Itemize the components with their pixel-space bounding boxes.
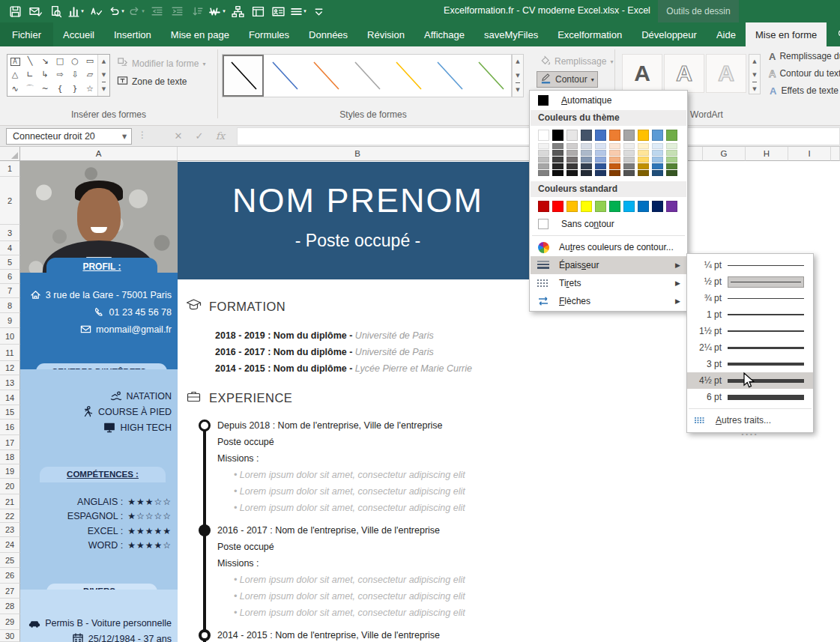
scroll-down-icon[interactable]: ▼ — [513, 69, 523, 83]
shape-line-icon[interactable]: ╲ — [22, 55, 37, 68]
customize-qat-icon[interactable] — [309, 2, 327, 20]
shape-arc-icon[interactable]: ⌒ — [22, 82, 37, 96]
theme-tint-swatch[interactable] — [609, 143, 620, 150]
wordart-scrollbar[interactable]: ▲ ▼ ▼ — [749, 54, 761, 94]
row-header-8[interactable]: 8 — [0, 298, 20, 313]
theme-tint-swatch[interactable] — [652, 163, 663, 170]
name-box-dropdown-icon[interactable]: ▼ — [118, 133, 131, 140]
shape-right-arrow-icon[interactable]: ⇨ — [52, 68, 67, 82]
tab-donn-es[interactable]: Données — [299, 22, 357, 46]
row-header-18[interactable]: 18 — [0, 450, 20, 464]
theme-color-swatch[interactable] — [638, 130, 649, 141]
shape-star-icon[interactable]: ☆ — [82, 82, 97, 96]
standard-color-swatch[interactable] — [623, 201, 635, 212]
theme-tint-swatch[interactable] — [538, 143, 549, 150]
theme-tint-swatch[interactable] — [638, 143, 649, 150]
weight-option-pt[interactable]: ¼ pt — [687, 257, 813, 273]
row-header-10[interactable]: 10 — [0, 328, 20, 345]
column-header-hidden[interactable] — [831, 147, 840, 161]
weight-option-6-pt[interactable]: 6 pt — [687, 389, 813, 405]
row-header-13[interactable]: 13 — [0, 375, 20, 390]
row-header-4[interactable]: 4 — [0, 241, 20, 255]
wordart-style-3[interactable]: A — [706, 54, 746, 93]
column-header-G[interactable]: G — [703, 147, 746, 161]
tab-savemyfiles[interactable]: saveMyFiles — [474, 22, 548, 46]
text-fill-button[interactable]: A Remplissage du texte — [766, 48, 840, 64]
theme-tint-swatch[interactable] — [566, 163, 578, 170]
theme-tint-swatch[interactable] — [595, 157, 606, 163]
shape-oval-icon[interactable]: ○ — [67, 55, 82, 68]
theme-tint-swatch[interactable] — [581, 157, 592, 163]
theme-tint-swatch[interactable] — [638, 170, 649, 177]
theme-tint-swatch[interactable] — [666, 157, 677, 163]
shape-left-brace-icon[interactable]: { — [52, 82, 67, 96]
text-outline-button[interactable]: A Contour du texte — [766, 65, 840, 82]
cv-profil-header[interactable]: PROFIL : — [46, 258, 157, 274]
standard-color-swatch[interactable] — [538, 201, 549, 212]
shape-fill-button[interactable]: Remplissage▾ — [537, 53, 616, 70]
tab-insertion[interactable]: Insertion — [104, 22, 161, 46]
standard-color-swatch[interactable] — [609, 201, 620, 212]
shape-elbow-arrow-icon[interactable]: ↳ — [37, 68, 52, 82]
row-header-20[interactable]: 20 — [0, 479, 20, 494]
tab-fichier[interactable]: Fichier — [0, 22, 53, 46]
theme-tint-swatch[interactable] — [609, 163, 620, 170]
cv-interests-skills-section[interactable]: NATATIONCOURSE À PIEDHIGH TECH COMPÉTENC… — [20, 369, 178, 590]
row-header-25[interactable]: 25 — [0, 553, 20, 568]
row-header-1[interactable]: 1 — [0, 161, 20, 177]
theme-tint-swatch[interactable] — [538, 170, 549, 177]
column-header-H[interactable]: H — [746, 147, 788, 161]
column-header-A[interactable]: A — [20, 147, 178, 161]
theme-tint-swatch[interactable] — [623, 170, 635, 177]
theme-tint-swatch[interactable] — [538, 150, 549, 157]
wordart-style-2[interactable]: A — [664, 54, 704, 93]
theme-tint-swatch[interactable] — [595, 143, 606, 150]
tab-r-vision[interactable]: Révision — [357, 22, 414, 46]
theme-tint-swatch[interactable] — [652, 157, 663, 163]
theme-tint-swatch[interactable] — [566, 150, 578, 157]
cancel-button[interactable]: ✕ — [169, 128, 188, 145]
line-style-1[interactable] — [223, 55, 264, 97]
scroll-down-icon[interactable]: ▼ — [749, 68, 760, 82]
weight-option-pt[interactable]: ½ pt — [687, 273, 813, 290]
shape-scribble-icon[interactable]: ∿ — [7, 82, 22, 96]
scroll-up-icon[interactable]: ▲ — [513, 55, 523, 69]
theme-tint-swatch[interactable] — [595, 170, 606, 177]
style-gallery-scrollbar[interactable]: ▲ ▼ ▼ — [512, 54, 524, 97]
row-header-28[interactable]: 28 — [0, 599, 20, 614]
weight-option-2-pt[interactable]: 2¼ pt — [687, 339, 813, 356]
sort-icon[interactable] — [188, 2, 206, 20]
menu-item-more-outline-colors[interactable]: Autres couleurs de contour... — [531, 238, 686, 256]
standard-color-swatch[interactable] — [552, 201, 563, 212]
tab-aide[interactable]: Aide — [707, 22, 746, 46]
line-style-3[interactable] — [305, 55, 346, 97]
theme-tint-swatch[interactable] — [566, 157, 578, 163]
row-header-9[interactable]: 9 — [0, 313, 20, 328]
email-icon[interactable] — [26, 2, 44, 20]
theme-tint-swatch[interactable] — [581, 150, 592, 157]
tab-mise-en-page[interactable]: Mise en page — [161, 22, 239, 46]
modify-shape-button[interactable]: Modifier la forme▾ — [114, 55, 208, 72]
menu-item-weight[interactable]: Épaisseur ▶ — [531, 256, 686, 274]
gallery-more-icon[interactable]: ▼ — [98, 82, 109, 96]
text-box-button[interactable]: Zone de texte — [114, 73, 190, 90]
theme-tint-swatch[interactable] — [623, 150, 635, 157]
row-header-3[interactable]: 3 — [0, 225, 20, 241]
shape-outline-button[interactable]: Contour▾ — [537, 71, 598, 88]
theme-tint-swatch[interactable] — [538, 163, 549, 170]
row-header-14[interactable]: 14 — [0, 390, 20, 405]
shape-arrow-line-icon[interactable]: ↘ — [37, 55, 52, 68]
menu-item-arrows[interactable]: Flèches ▶ — [531, 292, 686, 310]
insert-function-button[interactable]: fx — [211, 128, 230, 145]
weight-option-1-pt[interactable]: 1½ pt — [687, 323, 813, 339]
contact-card-icon[interactable] — [269, 2, 287, 20]
theme-tint-swatch[interactable] — [552, 150, 563, 157]
row-header-22[interactable]: 22 — [0, 509, 20, 523]
shape-rounded-rectangle-icon[interactable]: ▭ — [82, 55, 97, 68]
cv-divers-section[interactable]: Permis B - Voiture personnelle25/12/1984… — [20, 590, 178, 642]
theme-tint-swatch[interactable] — [552, 163, 563, 170]
watermark-icon[interactable]: ▾ — [208, 2, 226, 20]
standard-color-swatch[interactable] — [566, 201, 578, 212]
shape-gallery-scrollbar[interactable]: ▲ ▼ ▼ — [97, 55, 109, 96]
theme-tint-swatch[interactable] — [581, 163, 592, 170]
